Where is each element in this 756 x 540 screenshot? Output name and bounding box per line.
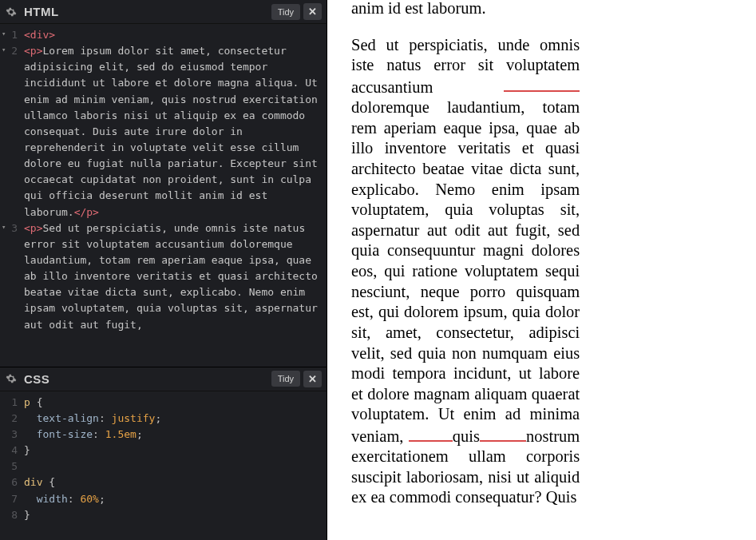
spellcheck-underline: [409, 425, 453, 442]
code-line[interactable]: 8}: [0, 507, 327, 523]
code-content[interactable]: <div>: [24, 27, 327, 43]
code-line[interactable]: 2▾<p>Lorem ipsum dolor sit amet, consect…: [0, 43, 327, 220]
code-line[interactable]: 7 width: 60%;: [0, 491, 327, 507]
preview-paragraph: anim id est laborum.: [351, 0, 580, 19]
code-content[interactable]: div {: [24, 474, 327, 490]
code-content[interactable]: width: 60%;: [24, 491, 327, 507]
spellcheck-underline: [480, 425, 526, 442]
line-number: 6: [0, 474, 24, 490]
code-content[interactable]: }: [24, 443, 327, 459]
line-number: 3: [0, 427, 24, 443]
editor-pane: HTML Tidy ✕ 1▾<div>2▾<p>Lorem ipsum dolo…: [0, 0, 327, 540]
html-panel-header: HTML Tidy ✕: [0, 0, 327, 24]
html-panel: HTML Tidy ✕ 1▾<div>2▾<p>Lorem ipsum dolo…: [0, 0, 327, 367]
code-content[interactable]: p {: [24, 395, 327, 411]
spellcheck-underline: [504, 76, 580, 93]
panel-title: CSS: [24, 372, 268, 386]
tidy-button[interactable]: Tidy: [271, 371, 300, 387]
code-line[interactable]: 1▾<div>: [0, 27, 327, 43]
line-number: 7: [0, 491, 24, 507]
preview-pane: anim id est laborum. Sed ut perspiciatis…: [327, 0, 756, 540]
line-number: 2: [0, 411, 24, 427]
tidy-button[interactable]: Tidy: [271, 4, 300, 20]
preview-text: quis: [453, 427, 480, 445]
preview-text: doloremque laudantium, totam rem aperiam…: [351, 98, 580, 445]
line-number: 1: [0, 395, 24, 411]
fold-caret-icon[interactable]: ▾: [2, 45, 6, 56]
css-panel: CSS Tidy ✕ 1p {2 text-align: justify;3 f…: [0, 367, 327, 540]
code-line[interactable]: 3 font-size: 1.5em;: [0, 427, 327, 443]
code-line[interactable]: 4}: [0, 443, 327, 459]
html-editor[interactable]: 1▾<div>2▾<p>Lorem ipsum dolor sit amet, …: [0, 24, 327, 367]
line-number: 1▾: [0, 27, 24, 43]
code-content[interactable]: font-size: 1.5em;: [24, 427, 327, 443]
css-editor[interactable]: 1p {2 text-align: justify;3 font-size: 1…: [0, 391, 327, 540]
settings-icon[interactable]: [3, 6, 19, 18]
fold-caret-icon[interactable]: ▾: [2, 222, 6, 233]
line-number: 8: [0, 507, 24, 523]
close-button[interactable]: ✕: [303, 371, 322, 387]
code-line[interactable]: 6div {: [0, 474, 327, 490]
preview-content: anim id est laborum. Sed ut perspiciatis…: [351, 0, 580, 508]
code-line[interactable]: 3▾<p>Sed ut perspiciatis, unde omnis ist…: [0, 220, 327, 333]
css-panel-header: CSS Tidy ✕: [0, 367, 327, 391]
code-content[interactable]: <p>Lorem ipsum dolor sit amet, consectet…: [24, 43, 327, 220]
settings-icon[interactable]: [3, 373, 19, 384]
panel-title: HTML: [24, 5, 268, 18]
code-line[interactable]: 2 text-align: justify;: [0, 411, 327, 427]
code-content[interactable]: text-align: justify;: [24, 411, 327, 427]
code-line[interactable]: 5: [0, 459, 327, 474]
fold-caret-icon[interactable]: ▾: [2, 29, 6, 40]
preview-paragraph: Sed ut perspiciatis, unde omnis iste nat…: [351, 35, 580, 508]
line-number: 3▾: [0, 220, 24, 236]
line-number: 4: [0, 443, 24, 459]
line-number: 2▾: [0, 43, 24, 59]
code-content[interactable]: <p>Sed ut perspiciatis, unde omnis iste …: [24, 220, 327, 333]
close-button[interactable]: ✕: [303, 3, 322, 20]
code-line[interactable]: 1p {: [0, 395, 327, 411]
code-content[interactable]: }: [24, 507, 327, 523]
line-number: 5: [0, 459, 24, 474]
